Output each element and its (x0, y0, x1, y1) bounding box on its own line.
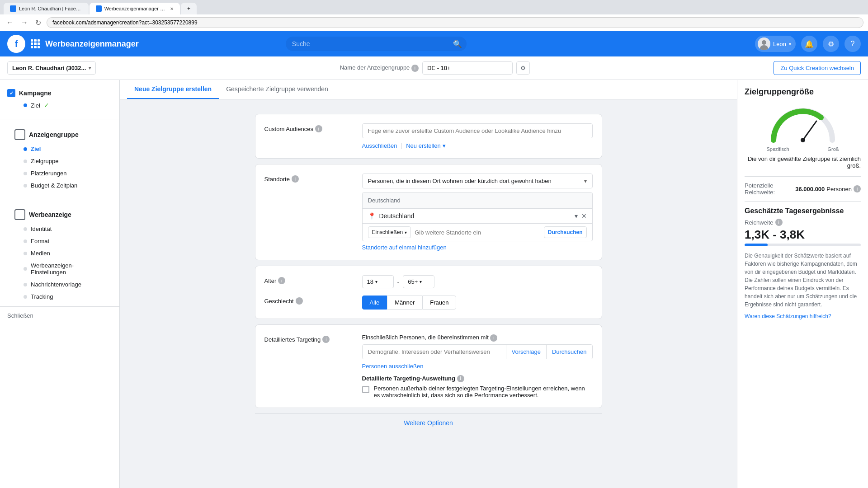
content-inner: Custom Audiences i Ausschließen | Neu er… (248, 107, 609, 439)
location-expand-icon[interactable]: ▾ (575, 212, 578, 220)
geschlecht-info-icon[interactable]: i (296, 297, 303, 305)
personen-ausschliessen-link[interactable]: Personen ausschließen (362, 363, 424, 370)
sidebar-werbeanzeige-section: Werbeanzeige Identität Format Medien Wer… (0, 203, 119, 306)
gender-frauen-btn[interactable]: Frauen (422, 296, 456, 310)
potential-reach-info-icon[interactable]: i (854, 185, 861, 192)
help-btn[interactable]: ? (844, 36, 861, 52)
location-include-select[interactable]: Einschließen ▾ (368, 226, 411, 238)
age-max-select[interactable]: 65+ ▾ (403, 275, 434, 288)
back-btn[interactable]: ← (5, 18, 15, 28)
header-right: Leon ▾ 🔔 ⚙ ? (755, 36, 861, 52)
sidebar-item-einstellungen[interactable]: Werbeanzeigen-Einstellungen (7, 259, 112, 278)
reach-value: 1,3K - 3,8K (745, 228, 861, 242)
fb-header: f Werbeanzeigenmanager 🔍 Leon ▾ 🔔 ⚙ ? (0, 31, 868, 56)
sidebar-item-ziel[interactable]: Ziel ✓ (7, 99, 112, 112)
browser-tab-1[interactable]: Leon R. Chaudhari | Facebook (4, 3, 89, 14)
location-search-btn[interactable]: Durchsuchen (544, 226, 587, 238)
panel-divider-2 (745, 201, 861, 202)
sidebar-item-medien[interactable]: Medien (7, 247, 112, 259)
sidebar-item-zielgruppe[interactable]: Zielgruppe (7, 155, 112, 167)
ziel2-dot (24, 147, 27, 151)
tab-neue[interactable]: Neue Zielgruppe erstellen (127, 80, 219, 99)
refresh-btn[interactable]: ↻ (33, 18, 43, 28)
targeting-section: Detailliertes Targeting i Einschließlich… (255, 324, 602, 408)
neu-erstellen-dropdown[interactable]: Neu erstellen ▾ (406, 142, 446, 149)
reach-info-icon[interactable]: i (775, 219, 783, 226)
quick-create-btn[interactable]: Zu Quick Creation wechseln (774, 61, 861, 75)
reach-bar-fill (745, 244, 768, 246)
location-search-input[interactable] (415, 229, 540, 236)
age-min-select[interactable]: 18 ▾ (362, 275, 394, 288)
settings-btn[interactable]: ⚙ (823, 36, 839, 52)
ausweitung-checkbox[interactable] (362, 386, 369, 393)
medien-dot (24, 252, 27, 255)
sidebar-item-nachrichtenvorlage[interactable]: Nachrichtenvorlage (7, 278, 112, 291)
location-remove-icon[interactable]: ✕ (581, 212, 587, 220)
potential-reach-label: Potenzielle Reichweite: (745, 182, 795, 196)
sidebar-item-identitaet[interactable]: Identität (7, 223, 112, 235)
address-bar[interactable] (47, 17, 863, 28)
account-dropdown[interactable]: Leon R. Chaudhari (3032... ▾ (7, 61, 96, 75)
age-separator: - (397, 278, 400, 286)
targeting-info-icon[interactable]: i (322, 336, 330, 343)
alter-row: Alter i 18 ▾ - 65+ ▾ (264, 275, 593, 288)
forward-btn[interactable]: → (19, 18, 30, 28)
weitere-optionen-link[interactable]: Weitere Optionen (255, 413, 602, 432)
browser-tab-2[interactable]: Werbeanzeigenmanager - Cr... ✕ (90, 3, 180, 14)
sidebar-divider-1 (0, 119, 119, 119)
sub-header-right: Zu Quick Creation wechseln (774, 61, 861, 75)
gender-buttons: Alle Männer Frauen (362, 296, 593, 310)
field-gear-btn[interactable]: ⚙ (516, 61, 530, 75)
panel-title: Zielgruppengröße (745, 87, 861, 97)
gauge-description: Die von dir gewählte Zielgruppe ist ziem… (745, 155, 861, 169)
platzierungen-dot (24, 172, 27, 175)
identitaet-dot (24, 227, 27, 231)
search-input[interactable] (286, 37, 467, 51)
field-info-icon[interactable]: i (411, 65, 419, 72)
sidebar-close-btn[interactable]: Schließen (0, 306, 119, 324)
sidebar-item-tracking[interactable]: Tracking (7, 291, 112, 303)
user-btn[interactable]: Leon ▾ (755, 36, 796, 52)
targeting-vorschlaege-btn[interactable]: Vorschläge (506, 345, 546, 359)
targeting-ausweitung-row: Personen außerhalb deiner festgelegten T… (362, 385, 593, 399)
potential-reach-unit: Personen (826, 186, 852, 192)
standorte-label: Standorte i (264, 174, 355, 183)
ausschliessen-link[interactable]: Ausschließen (362, 142, 397, 149)
sidebar-item-budget[interactable]: Budget & Zeitplan (7, 179, 112, 192)
custom-audiences-input[interactable] (362, 123, 593, 138)
alter-info-icon[interactable]: i (278, 277, 285, 284)
search-btn[interactable]: 🔍 (453, 40, 462, 48)
helpful-link[interactable]: Waren diese Schätzungen hilfreich? (745, 313, 831, 319)
sub-header: Leon R. Chaudhari (3032... ▾ Name der An… (0, 56, 868, 80)
targeting-input[interactable] (363, 345, 506, 359)
avatar (758, 38, 770, 50)
sidebar-item-format[interactable]: Format (7, 235, 112, 247)
potential-reach-value-wrap: 36.000.000 Personen i (795, 185, 861, 192)
custom-audiences-info-icon[interactable]: i (315, 125, 322, 132)
alter-geschlecht-section: Alter i 18 ▾ - 65+ ▾ (255, 266, 602, 319)
address-bar-wrap (47, 17, 863, 28)
location-add-link[interactable]: Standorte auf einmal hinzufügen (362, 244, 447, 251)
audience-divider: | (401, 142, 403, 149)
new-tab-btn[interactable]: + (181, 3, 197, 14)
sidebar: ✓ Kampagne Ziel ✓ Anzeigengruppe Ziel Zi… (0, 80, 120, 488)
custom-audiences-label: Custom Audiences i (264, 123, 355, 132)
reach-label: Reichweite (745, 219, 774, 226)
anzeigengruppe-input[interactable] (422, 61, 513, 75)
gender-maenner-btn[interactable]: Männer (387, 296, 422, 310)
include-chevron-icon: ▾ (405, 230, 407, 235)
grid-icon[interactable] (31, 39, 40, 48)
tab-gespeicherte[interactable]: Gespeicherte Zielgruppe verwenden (219, 80, 335, 99)
sidebar-item-ziel2[interactable]: Ziel (7, 143, 112, 155)
gender-alle-btn[interactable]: Alle (362, 296, 387, 310)
location-type-dropdown[interactable]: Personen, die in diesem Ort wohnen oder … (362, 174, 593, 188)
gauge-svg (767, 104, 839, 145)
targeting-durchsuchen-btn[interactable]: Durchsuchen (546, 345, 592, 359)
sidebar-item-platzierungen[interactable]: Platzierungen (7, 167, 112, 179)
tab-close-btn[interactable]: ✕ (170, 6, 174, 11)
standorte-info-icon[interactable]: i (292, 175, 299, 183)
notification-btn[interactable]: 🔔 (801, 36, 817, 52)
standorte-row: Standorte i Personen, die in diesem Ort … (264, 174, 593, 251)
targeting-sublabel-info-icon[interactable]: i (490, 334, 497, 342)
ausweitung-info-icon[interactable]: i (457, 375, 464, 382)
